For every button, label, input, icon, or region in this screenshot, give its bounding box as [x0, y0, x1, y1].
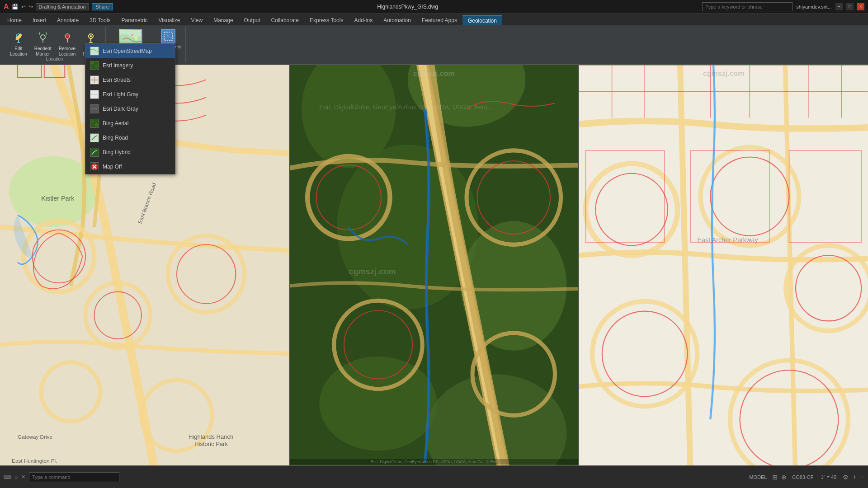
dropdown-label-bing-hybrid: Bing Hybrid	[103, 149, 131, 155]
qat-save[interactable]: 💾	[12, 4, 19, 10]
dropdown-label-bing-road: Bing Road	[103, 135, 128, 141]
tab-home[interactable]: Home	[2, 15, 27, 25]
zoom-out-button[interactable]: −	[860, 473, 864, 481]
dropdown-thumb-esri-streets	[90, 75, 99, 84]
app-icon: A	[4, 3, 9, 11]
tab-express[interactable]: Express Tools	[304, 15, 349, 25]
remove-location-icon	[60, 31, 75, 45]
svg-point-59	[319, 357, 437, 451]
attribution-bar: Esri, DigitalGlobe, GeoEye/Airbus DS, US…	[290, 459, 579, 465]
zoom-in-button[interactable]: +	[852, 473, 856, 481]
svg-rect-12	[91, 62, 94, 64]
dropdown-label-esri-streets: Esri Streets	[103, 77, 131, 83]
svg-point-18	[92, 121, 94, 122]
edit-location-icon	[11, 31, 26, 45]
grid-icon[interactable]: ⊞	[772, 474, 778, 481]
dropdown-thumb-esri-darkgray	[90, 104, 99, 113]
dropdown-label-map-off: Map Off	[103, 164, 122, 170]
workspace-selector[interactable]: Drafting & Annotation	[36, 3, 89, 10]
remove-location-button[interactable]: RemoveLocation	[56, 29, 79, 59]
dropdown-item-esri-openstreetmap[interactable]: Esri OpenStreetMap	[85, 44, 175, 58]
svg-text:cgmszj.com: cgmszj.com	[349, 267, 396, 276]
tab-collaborate[interactable]: Collaborate	[266, 15, 304, 25]
close-button[interactable]: ×	[857, 3, 864, 10]
dropdown-label-esri-darkgray: Esri Dark Gray	[103, 106, 138, 112]
search-input[interactable]	[702, 2, 793, 11]
dropdown-item-esri-darkgray[interactable]: Esri Dark Gray	[85, 102, 175, 116]
tab-automation[interactable]: Automation	[378, 15, 416, 25]
svg-rect-10	[90, 47, 99, 55]
ribbon-tab-bar: Home Insert Annotate 3D Tools Parametric…	[0, 14, 868, 25]
scale-display: 1" = 40'	[819, 474, 839, 480]
dropdown-item-bing-hybrid[interactable]: Bing Hybrid	[85, 145, 175, 160]
svg-rect-7	[131, 34, 133, 36]
tab-insert[interactable]: Insert	[27, 15, 52, 25]
svg-rect-6	[125, 37, 127, 39]
edit-location-button[interactable]: EditLocation	[7, 29, 30, 59]
dropdown-thumb-bing-aerial	[90, 119, 99, 128]
svg-rect-17	[90, 119, 99, 127]
tab-view[interactable]: View	[185, 15, 208, 25]
svg-rect-20	[90, 134, 99, 142]
svg-rect-21	[90, 148, 99, 156]
dropdown-item-esri-lightgray[interactable]: Esri Light Gray	[85, 87, 175, 102]
dropdown-thumb-map-off	[90, 162, 99, 171]
capture-area-icon	[161, 29, 175, 43]
title-bar: A 💾 ↩ ↪ Drafting & Annotation Share High…	[0, 0, 868, 14]
maximize-button[interactable]: □	[846, 3, 854, 10]
edit-location-label: EditLocation	[10, 46, 27, 57]
tab-featured[interactable]: Featured Apps	[416, 15, 462, 25]
dropdown-thumb-esri-imagery	[90, 61, 99, 70]
map-panel-right[interactable]: East Archer Parkway East Rd. cgmszj.com	[579, 65, 868, 465]
svg-point-1	[41, 35, 45, 39]
dropdown-thumb-esri-openstreetmap	[90, 47, 99, 56]
map-dropdown: Esri OpenStreetMap Esri Imagery Esri Str…	[85, 43, 175, 174]
tab-visualize[interactable]: Visualize	[153, 15, 186, 25]
qat-redo[interactable]: ↪	[28, 4, 33, 10]
command-input[interactable]	[29, 472, 119, 482]
svg-point-8	[135, 37, 137, 40]
coord-display: CO83-CF	[790, 474, 815, 480]
svg-text:East Huntington Pl.: East Huntington Pl.	[12, 458, 57, 464]
dropdown-label-esri-lightgray: Esri Light Gray	[103, 91, 138, 98]
svg-text:Historic Park: Historic Park	[194, 441, 228, 447]
qat-undo[interactable]: ↩	[21, 4, 26, 10]
reorient-marker-label: ReorientMarker	[34, 46, 52, 57]
reorient-marker-icon	[36, 31, 50, 45]
dropdown-item-esri-imagery[interactable]: Esri Imagery	[85, 58, 175, 73]
svg-rect-13	[95, 65, 98, 67]
minimize-button[interactable]: −	[835, 3, 843, 10]
dropdown-item-bing-road[interactable]: Bing Road	[85, 131, 175, 145]
user-info: shiyamdev.srit...	[796, 4, 832, 9]
svg-text:East Archer Parkway: East Archer Parkway	[698, 236, 759, 244]
dropdown-label-esri-imagery: Esri Imagery	[103, 62, 133, 69]
tab-manage[interactable]: Manage	[208, 15, 238, 25]
status-bar: ⌨ » ✕ MODEL ⊞ ⊕ CO83-CF 1" = 40' ⚙ + −	[0, 465, 868, 488]
tab-parametric[interactable]: Parametric	[116, 15, 153, 25]
share-button[interactable]: Share	[92, 3, 113, 10]
clear-command-button[interactable]: ✕	[21, 474, 25, 480]
snap-icon[interactable]: ⊕	[781, 474, 787, 481]
dropdown-item-esri-streets[interactable]: Esri Streets	[85, 73, 175, 87]
tab-addins[interactable]: Add-ins	[349, 15, 378, 25]
dropdown-item-map-off[interactable]: Map Off	[85, 160, 175, 174]
svg-text:Kistler Park: Kistler Park	[41, 195, 75, 202]
svg-text:Highlands Ranch: Highlands Ranch	[189, 434, 233, 441]
svg-text:Esri, DigitalGlobe, GeoEye/Air: Esri, DigitalGlobe, GeoEye/Airbus DS, US…	[319, 103, 493, 111]
svg-text:Gateway Drive: Gateway Drive	[18, 434, 52, 440]
reorient-marker-button[interactable]: ReorientMarker	[32, 29, 54, 59]
map-panel-middle[interactable]: cgmszj.com Esri, DigitalGlobe, GeoEye/Ai…	[290, 65, 580, 465]
tab-output[interactable]: Output	[239, 15, 266, 25]
dropdown-label-esri-openstreetmap: Esri OpenStreetMap	[103, 48, 152, 54]
title-bar-left: A 💾 ↩ ↪ Drafting & Annotation Share	[4, 3, 113, 11]
svg-point-19	[95, 123, 98, 126]
dropdown-thumb-bing-road	[90, 133, 99, 142]
command-label: »	[15, 474, 18, 480]
settings-icon[interactable]: ⚙	[843, 474, 849, 481]
dropdown-item-bing-aerial[interactable]: Bing Aerial	[85, 116, 175, 131]
tab-geolocation[interactable]: Geolocation	[462, 15, 502, 25]
tab-annotate[interactable]: Annotate	[52, 15, 84, 25]
svg-point-4	[90, 35, 92, 37]
tab-3dtools[interactable]: 3D Tools	[84, 15, 116, 25]
dropdown-thumb-esri-lightgray	[90, 90, 99, 99]
